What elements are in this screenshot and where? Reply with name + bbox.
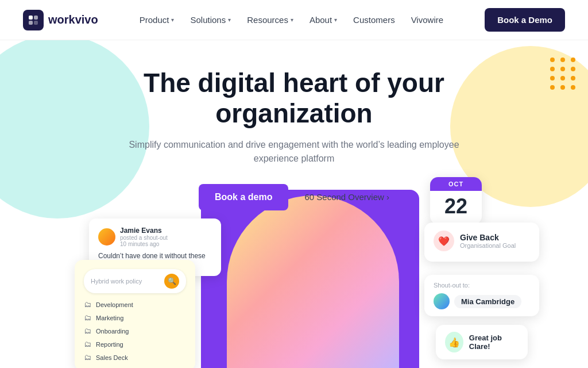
nav-product[interactable]: Product ▾ (140, 15, 175, 25)
search-placeholder: Hybrid work policy (91, 278, 142, 285)
nav-solutions[interactable]: Solutions ▾ (190, 15, 231, 25)
logo-icon (23, 10, 44, 30)
svg-rect-3 (34, 21, 38, 25)
give-back-title: Give Back (460, 233, 516, 242)
give-back-subtitle: Organisational Goal (460, 242, 516, 249)
calendar-card: OCT 22 (430, 177, 482, 224)
folder-icon: 🗂 (84, 327, 91, 335)
calendar-month: OCT (430, 177, 482, 191)
shoutout-action: posted a shout-out (120, 235, 168, 241)
book-demo-hero-button[interactable]: Book a demo (199, 184, 288, 210)
shoutout-to-name: Mia Cambridge (454, 295, 521, 308)
avatar (98, 228, 115, 246)
folder-icon: 🗂 (84, 300, 91, 309)
hero-title: The digital heart of your organization (93, 68, 495, 129)
svg-rect-1 (34, 16, 38, 20)
avatar-mia (434, 293, 450, 309)
great-job-text: Great job Clare! (469, 334, 519, 351)
logo[interactable]: workvivo (23, 10, 98, 30)
search-button[interactable]: 🔍 (164, 274, 179, 289)
overview-link[interactable]: 60 Second Overview › (304, 192, 389, 202)
shoutout-time: 10 minutes ago (120, 241, 168, 247)
chevron-down-icon: ▾ (291, 17, 293, 23)
book-demo-nav-button[interactable]: Book a Demo (485, 8, 565, 32)
shoutout-to-label: Shout-out to: (434, 282, 530, 289)
search-card: Hybrid work policy 🔍 🗂 Development 🗂 Mar… (75, 260, 195, 368)
folder-icon: 🗂 (84, 340, 91, 348)
great-job-card: 👍 Great job Clare! (436, 325, 528, 359)
person-image (212, 190, 413, 368)
logo-text: workvivo (48, 13, 98, 26)
folder-icon: 🗂 (84, 313, 91, 322)
nav-about[interactable]: About ▾ (310, 15, 337, 25)
heart-icon: ❤️ (434, 231, 454, 251)
hero-actions: Book a demo 60 Second Overview › (23, 184, 565, 210)
shoutout-to-card: Shout-out to: Mia Cambridge (424, 275, 539, 316)
nav-vivowire[interactable]: Vivowire (411, 15, 443, 25)
thumbs-up-icon: 👍 (445, 332, 463, 352)
navbar: workvivo Product ▾ Solutions ▾ Resources… (0, 0, 588, 40)
hero-subtitle: Simplify communication and drive engagem… (116, 138, 472, 166)
hero-section: The digital heart of your organization S… (0, 40, 588, 210)
nav-customers[interactable]: Customers (353, 15, 395, 25)
search-bar[interactable]: Hybrid work policy 🔍 (84, 269, 186, 293)
chevron-down-icon: ▾ (228, 17, 231, 23)
svg-rect-0 (29, 16, 33, 20)
list-item: 🗂 Onboarding (84, 327, 186, 335)
person-silhouette (227, 195, 399, 368)
list-item: 🗂 Sales Deck (84, 353, 186, 362)
chevron-down-icon: ▾ (171, 17, 174, 23)
calendar-day: 22 (430, 191, 482, 224)
list-item: 🗂 Reporting (84, 340, 186, 348)
give-back-card: ❤️ Give Back Organisational Goal (424, 223, 539, 262)
nav-resources[interactable]: Resources ▾ (247, 15, 293, 25)
nav-links: Product ▾ Solutions ▾ Resources ▾ About … (140, 15, 443, 25)
folder-icon: 🗂 (84, 353, 91, 362)
list-item: 🗂 Marketing (84, 313, 186, 322)
svg-rect-2 (29, 21, 33, 25)
chevron-down-icon: ▾ (334, 17, 337, 23)
list-item: 🗂 Development (84, 300, 186, 309)
shoutout-user-name: Jamie Evans (120, 227, 168, 235)
mockups-area: Jamie Evans posted a shout-out 10 minute… (0, 184, 588, 368)
folder-list: 🗂 Development 🗂 Marketing 🗂 Onboarding 🗂… (84, 300, 186, 362)
